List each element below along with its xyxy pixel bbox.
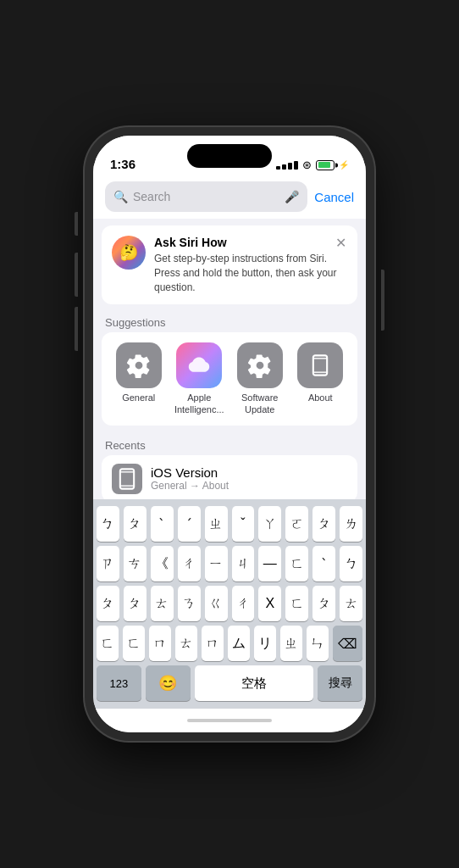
mute-button[interactable] <box>75 212 78 236</box>
home-bar <box>93 709 366 732</box>
dynamic-island <box>187 144 272 168</box>
recents-card[interactable]: iOS Version General → About <box>102 455 357 499</box>
delete-key[interactable]: ⌫ <box>333 626 362 661</box>
key-ㄋ[interactable]: ㄋ <box>178 586 201 621</box>
emoji-key[interactable]: 😊 <box>146 665 191 701</box>
key-ㄆ4[interactable]: ㄆ <box>124 586 147 621</box>
search-icon: 🔍 <box>113 190 128 203</box>
charging-icon: ⚡ <box>339 160 349 170</box>
volume-down-button[interactable] <box>75 307 78 351</box>
key-ㄌ1[interactable]: ㄌ <box>340 506 362 542</box>
software-update-icon <box>237 342 283 388</box>
status-icons: ⊛ ⚡ <box>276 159 349 171</box>
general-label: General <box>122 392 155 403</box>
key-ㄓ2[interactable]: ㄓ <box>280 626 302 661</box>
siri-close-button[interactable]: ✕ <box>332 234 349 251</box>
search-bar-area: 🔍 Search 🎤 Cancel <box>93 176 366 219</box>
key-tone4[interactable]: ˋ <box>151 506 174 542</box>
keyboard-row-2: ㄗ ㄘ 《 ㄔ ㄧ ㄐ — ㄈ ˋ ㄅ <box>97 546 362 581</box>
key-ㄅ2[interactable]: ㄅ <box>340 546 362 581</box>
key-ㄗ[interactable]: ㄗ <box>97 546 119 581</box>
space-key[interactable]: 空格 <box>195 665 314 701</box>
key-ㄚ[interactable]: ㄚ <box>258 506 281 542</box>
key-ㄈ1[interactable]: ㄈ <box>285 546 308 581</box>
about-icon <box>297 342 343 388</box>
key-ㄈ3[interactable]: ㄈ <box>97 626 119 661</box>
intelligence-icon <box>176 342 222 388</box>
suggestion-intelligence[interactable]: Apple Intelligenc... <box>170 342 228 415</box>
recent-item-icon <box>112 464 142 494</box>
volume-up-button[interactable] <box>75 253 78 297</box>
keyboard-row-1: ㄅ ㄆ ˋ ˊ ㄓ ˇ ㄚ ㄛ ㄆ ㄌ <box>97 506 362 542</box>
keyboard-row-bottom: 123 😊 空格 搜尋 <box>97 665 362 701</box>
home-indicator[interactable] <box>187 719 272 722</box>
suggestion-software-update[interactable]: Software Update <box>231 342 289 415</box>
microphone-icon[interactable]: 🎤 <box>285 190 299 203</box>
siri-content: Ask Siri How Get step-by-step instructio… <box>154 236 347 294</box>
recents-section: Recents iOS Version General → About <box>93 434 366 499</box>
power-button[interactable] <box>381 270 384 331</box>
key-ㄣ[interactable]: ㄣ <box>307 626 329 661</box>
recent-item-title: iOS Version <box>151 465 229 480</box>
siri-card: 🤔 Ask Siri How Get step-by-step instruct… <box>102 225 357 304</box>
recents-header: Recents <box>93 434 366 455</box>
key-ㄔ2[interactable]: ㄔ <box>232 586 255 621</box>
key-tone2[interactable]: ˊ <box>178 506 201 542</box>
status-time: 1:36 <box>110 157 135 171</box>
key-ㄈ2[interactable]: ㄈ <box>285 586 308 621</box>
siri-card-description: Get step-by-step instructions from Siri.… <box>154 252 347 294</box>
suggestions-section: Suggestions General <box>93 311 366 425</box>
key-ㄆ5[interactable]: ㄆ <box>312 586 335 621</box>
key-ㄇ2[interactable]: ㄇ <box>202 626 224 661</box>
intelligence-label: Apple Intelligenc... <box>170 392 228 415</box>
signal-icon <box>276 161 298 170</box>
phone-frame: 1:36 ⊛ ⚡ 🔍 Search 🎤 <box>85 127 374 741</box>
key-ㄍ[interactable]: ㄍ <box>205 586 228 621</box>
general-icon <box>116 342 162 388</box>
key-dash[interactable]: — <box>258 546 281 581</box>
key-mu[interactable]: ム <box>228 626 250 661</box>
key-ㄘ[interactable]: ㄘ <box>124 546 147 581</box>
key-ㄊ1[interactable]: ㄊ <box>151 586 174 621</box>
key-tone4b[interactable]: ˋ <box>312 546 335 581</box>
key-ㄧ[interactable]: ㄧ <box>205 546 228 581</box>
key-ㄐ[interactable]: ㄐ <box>232 546 255 581</box>
key-ㄆ1[interactable]: ㄆ <box>124 506 147 542</box>
wifi-icon: ⊛ <box>302 159 312 171</box>
key-ㄔ1[interactable]: ㄔ <box>178 546 201 581</box>
keyboard-row-3: ㄆ ㄆ ㄊ ㄋ ㄍ ㄔ X ㄈ ㄆ ㄊ <box>97 586 362 621</box>
key-ㄈ4[interactable]: ㄈ <box>123 626 145 661</box>
key-ㄆ2[interactable]: ㄆ <box>312 506 335 542</box>
key-x[interactable]: X <box>258 586 281 621</box>
battery-icon <box>316 160 335 170</box>
suggestion-general[interactable]: General <box>110 342 168 415</box>
key-ㄆ3[interactable]: ㄆ <box>97 586 119 621</box>
key-ㄊ2[interactable]: ㄊ <box>340 586 362 621</box>
content-area: 🤔 Ask Siri How Get step-by-step instruct… <box>93 219 366 499</box>
key-ㄛ[interactable]: ㄛ <box>285 506 308 542</box>
software-update-label: Software Update <box>231 392 289 415</box>
search-key[interactable]: 搜尋 <box>318 665 362 701</box>
suggestion-about[interactable]: About <box>291 342 349 415</box>
key-ㄓ[interactable]: ㄓ <box>205 506 228 542</box>
key-ㄅ[interactable]: ㄅ <box>97 506 119 542</box>
key-guillemets[interactable]: 《 <box>151 546 174 581</box>
siri-icon: 🤔 <box>112 236 146 270</box>
keyboard-row-4: ㄈ ㄈ ㄇ ㄊ ㄇ ム リ ㄓ ㄣ ⌫ <box>97 626 362 661</box>
cancel-button[interactable]: Cancel <box>314 190 354 204</box>
suggestions-grid: General Apple Intelligenc... <box>102 332 357 425</box>
keyboard[interactable]: ㄅ ㄆ ˋ ˊ ㄓ ˇ ㄚ ㄛ ㄆ ㄌ ㄗ ㄘ 《 ㄔ ㄧ ㄐ — ㄈ <box>93 499 366 709</box>
search-bar[interactable]: 🔍 Search 🎤 <box>105 181 307 212</box>
about-label: About <box>308 392 333 403</box>
key-ri[interactable]: リ <box>254 626 276 661</box>
recent-item-subtitle: General → About <box>151 480 229 492</box>
search-placeholder: Search <box>133 190 170 203</box>
siri-card-title: Ask Siri How <box>154 236 347 249</box>
numbers-key[interactable]: 123 <box>97 665 141 701</box>
suggestions-header: Suggestions <box>93 311 366 332</box>
key-ㄇ1[interactable]: ㄇ <box>149 626 171 661</box>
key-tone3[interactable]: ˇ <box>232 506 255 542</box>
phone-screen: 1:36 ⊛ ⚡ 🔍 Search 🎤 <box>93 136 366 732</box>
recent-item-text: iOS Version General → About <box>151 465 229 492</box>
key-ㄊ3[interactable]: ㄊ <box>175 626 197 661</box>
